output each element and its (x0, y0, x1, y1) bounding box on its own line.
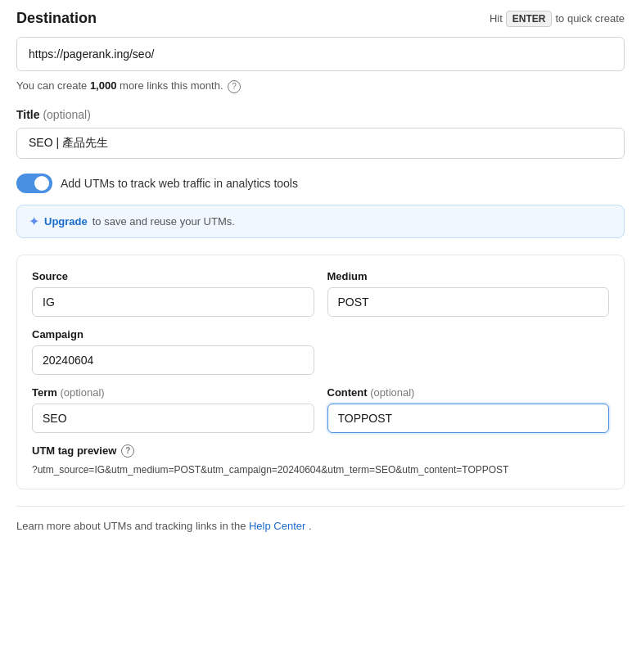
utm-medium-input[interactable] (327, 287, 610, 317)
utm-term-field: Term (optional) (32, 386, 314, 433)
header-row: Destination Hit ENTER to quick create (16, 10, 625, 27)
utm-preview-help-icon[interactable]: ? (121, 444, 134, 458)
hint-prefix: Hit (490, 12, 503, 25)
hint-suffix: to quick create (555, 12, 625, 25)
utm-campaign-row: Campaign (32, 328, 609, 375)
sparkle-icon: ✦ (29, 214, 39, 229)
title-field-label: Title (optional) (16, 108, 625, 121)
utm-source-medium-row: Source Medium (32, 270, 609, 317)
utm-campaign-input[interactable] (32, 345, 314, 375)
utm-preview-text: ?utm_source=IG&utm_medium=POST&utm_campa… (32, 462, 609, 477)
help-center-link[interactable]: Help Center (249, 520, 305, 532)
footer-divider (16, 506, 625, 507)
utm-campaign-field: Campaign (32, 328, 314, 375)
destination-url-input[interactable] (16, 37, 625, 71)
utm-content-label: Content (optional) (327, 386, 610, 399)
footer-text: Learn more about UTMs and tracking links… (16, 520, 625, 532)
links-help-icon[interactable]: ? (228, 80, 241, 93)
utm-medium-field: Medium (327, 270, 610, 317)
utm-medium-label: Medium (327, 270, 610, 282)
utm-preview-section: UTM tag preview ? ?utm_source=IG&utm_med… (32, 444, 609, 477)
toggle-label: Add UTMs to track web traffic in analyti… (61, 177, 298, 190)
helper-text: You can create 1,000 more links this mon… (16, 79, 625, 93)
enter-badge: ENTER (506, 11, 553, 27)
quick-create-hint: Hit ENTER to quick create (490, 11, 625, 27)
utm-toggle[interactable] (16, 174, 52, 193)
utm-source-field: Source (32, 270, 314, 317)
utm-preview-label: UTM tag preview ? (32, 444, 609, 458)
utm-term-label: Term (optional) (32, 386, 314, 399)
utm-term-input[interactable] (32, 404, 314, 433)
utm-box: Source Medium Campaign Term (optional) (16, 255, 625, 489)
utm-toggle-row: Add UTMs to track web traffic in analyti… (16, 174, 625, 193)
utm-term-content-row: Term (optional) Content (optional) (32, 386, 609, 433)
upgrade-banner: ✦ Upgrade to save and reuse your UTMs. (16, 205, 625, 238)
utm-source-label: Source (32, 270, 314, 282)
page-title: Destination (16, 10, 97, 27)
title-input[interactable] (16, 128, 625, 159)
utm-content-field: Content (optional) (327, 386, 610, 433)
upgrade-link[interactable]: Upgrade (44, 215, 88, 228)
utm-campaign-label: Campaign (32, 328, 314, 341)
utm-content-input[interactable] (327, 404, 610, 433)
upgrade-suffix: to save and reuse your UTMs. (93, 215, 235, 228)
utm-source-input[interactable] (32, 287, 314, 317)
